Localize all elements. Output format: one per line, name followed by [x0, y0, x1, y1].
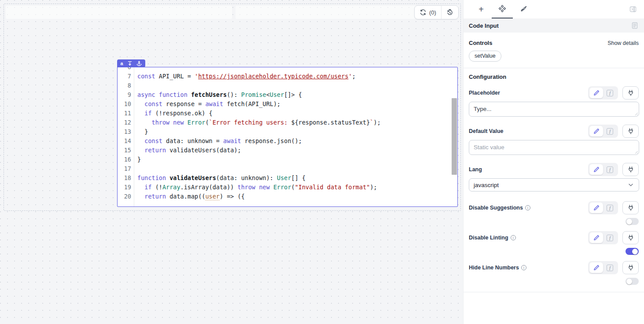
- disable-suggestions-toggle[interactable]: [626, 218, 639, 225]
- code-line[interactable]: return data.map((user) => ({: [137, 192, 457, 201]
- history-icon: [446, 9, 453, 16]
- code-line[interactable]: async function fetchUsers(): Promise<Use…: [137, 90, 457, 99]
- history-button[interactable]: [442, 6, 458, 19]
- placeholder-controls: f: [588, 86, 639, 99]
- tab-style[interactable]: [513, 0, 534, 18]
- widget-header-bar: Code Input: [464, 18, 644, 33]
- bind-data-button[interactable]: [622, 86, 639, 99]
- mode-segmented-control: f: [588, 125, 618, 138]
- tab-properties[interactable]: [492, 0, 513, 18]
- lang-select[interactable]: javascript: [469, 178, 639, 191]
- js-mode-button[interactable]: f: [603, 262, 617, 273]
- hide-line-numbers-toggle[interactable]: [626, 278, 639, 285]
- components-icon: [498, 5, 506, 13]
- toggle-knob: [626, 279, 632, 284]
- function-icon: f: [607, 90, 613, 96]
- function-icon: f: [607, 235, 613, 241]
- lang-label: Lang: [469, 166, 482, 173]
- info-icon[interactable]: i: [511, 235, 516, 240]
- edit-mode-button[interactable]: [589, 262, 603, 273]
- edit-mode-button[interactable]: [589, 88, 603, 98]
- resize-handle[interactable]: [634, 150, 638, 154]
- code-line[interactable]: throw new Error(`Error fetching users: $…: [137, 118, 457, 127]
- info-icon[interactable]: i: [521, 265, 526, 270]
- line-number: 19: [118, 183, 131, 192]
- panel-tab-bar: +: [464, 0, 644, 18]
- disable-suggestions-field-row: Disable Suggestions i f: [469, 201, 639, 214]
- bind-data-button[interactable]: [622, 201, 639, 214]
- section-divider: [464, 68, 644, 68]
- code-line[interactable]: const response = await fetch(API_URL);: [137, 99, 457, 109]
- default-value-field-row: Default Value f: [469, 125, 639, 138]
- code-editor[interactable]: 67891011121314151617181920 const API_URL…: [118, 67, 457, 206]
- mode-segmented-control: f: [588, 163, 618, 176]
- placeholder-field-row: Placeholder f: [469, 86, 639, 99]
- mode-segmented-control: f: [588, 86, 618, 99]
- code-line[interactable]: const data: unknown = await response.jso…: [137, 136, 457, 146]
- bind-data-button[interactable]: [622, 163, 639, 176]
- show-details-link[interactable]: Show details: [607, 40, 639, 46]
- edit-mode-button[interactable]: [589, 202, 603, 213]
- line-number: 17: [118, 164, 131, 173]
- default-value-controls: f: [588, 125, 639, 138]
- editor-scrollbar-thumb[interactable]: [452, 98, 457, 175]
- layout-zone-1[interactable]: [6, 6, 232, 19]
- bind-data-button[interactable]: [622, 261, 639, 274]
- chevron-down-icon: [627, 181, 634, 188]
- bind-data-button[interactable]: [622, 125, 639, 138]
- edit-mode-button[interactable]: [589, 164, 603, 175]
- edit-mode-button[interactable]: [589, 126, 603, 136]
- line-number: 9: [118, 90, 131, 99]
- disable-suggestions-label: Disable Suggestions i: [469, 205, 530, 211]
- js-mode-button[interactable]: f: [603, 232, 617, 243]
- code-line[interactable]: return validateUsers(data);: [137, 146, 457, 155]
- brush-icon: [519, 5, 527, 13]
- collapse-panel-button[interactable]: [629, 0, 637, 18]
- disable-linting-controls: f: [588, 231, 639, 244]
- panel-body: Controls Show details setValue Configura…: [464, 40, 644, 292]
- setvalue-chip[interactable]: setValue: [469, 51, 501, 62]
- code-line[interactable]: [137, 164, 457, 173]
- anchor-icon[interactable]: [136, 61, 142, 66]
- code-line[interactable]: }: [137, 127, 457, 136]
- line-number: 11: [118, 109, 131, 118]
- mode-segmented-control: f: [588, 201, 618, 214]
- code-input-widget[interactable]: a 67891011121314151617181920 const API_U…: [117, 67, 458, 207]
- tab-bar-spacer: [534, 0, 629, 18]
- disable-linting-toggle[interactable]: [626, 248, 639, 255]
- code-line[interactable]: if (!Array.isArray(data)) throw new Erro…: [137, 183, 457, 192]
- js-mode-button[interactable]: f: [603, 164, 617, 175]
- controls-title: Controls: [469, 40, 492, 46]
- code-line[interactable]: const API_URL = 'https://jsonplaceholder…: [137, 72, 457, 81]
- code-line[interactable]: [137, 81, 457, 90]
- bind-data-button[interactable]: [622, 231, 639, 244]
- mode-segmented-control: f: [588, 261, 618, 274]
- collapse-panel-icon: [629, 5, 637, 13]
- line-number: 18: [118, 173, 131, 183]
- line-number: 6: [118, 67, 131, 72]
- js-mode-button[interactable]: f: [603, 126, 617, 136]
- editor-canvas[interactable]: (0) a 67891011121314151617181920 c: [0, 0, 463, 324]
- code-lines[interactable]: const API_URL = 'https://jsonplaceholder…: [134, 67, 457, 206]
- refresh-button[interactable]: (0): [415, 6, 441, 19]
- docs-icon[interactable]: [631, 22, 639, 29]
- code-line[interactable]: [137, 67, 457, 72]
- js-mode-button[interactable]: f: [603, 88, 617, 98]
- info-icon[interactable]: i: [525, 205, 530, 210]
- plus-icon: +: [478, 5, 484, 14]
- widget-badge[interactable]: a: [117, 59, 145, 67]
- edit-mode-button[interactable]: [589, 232, 603, 243]
- default-value-input[interactable]: Static value: [469, 140, 639, 155]
- js-mode-button[interactable]: f: [603, 202, 617, 213]
- tab-add-widget[interactable]: +: [471, 0, 492, 18]
- resize-handle[interactable]: [634, 111, 638, 115]
- line-number: 15: [118, 146, 131, 155]
- toggle-knob: [626, 219, 632, 225]
- dock-down-icon[interactable]: [127, 61, 132, 66]
- code-line[interactable]: }: [137, 155, 457, 164]
- controls-section-header: Controls Show details: [469, 40, 639, 46]
- code-line[interactable]: function validateUsers(data: unknown): U…: [137, 173, 457, 183]
- canvas-action-bar: (0): [414, 5, 459, 19]
- placeholder-input[interactable]: Type...: [469, 102, 639, 117]
- code-line[interactable]: if (!response.ok) {: [137, 109, 457, 118]
